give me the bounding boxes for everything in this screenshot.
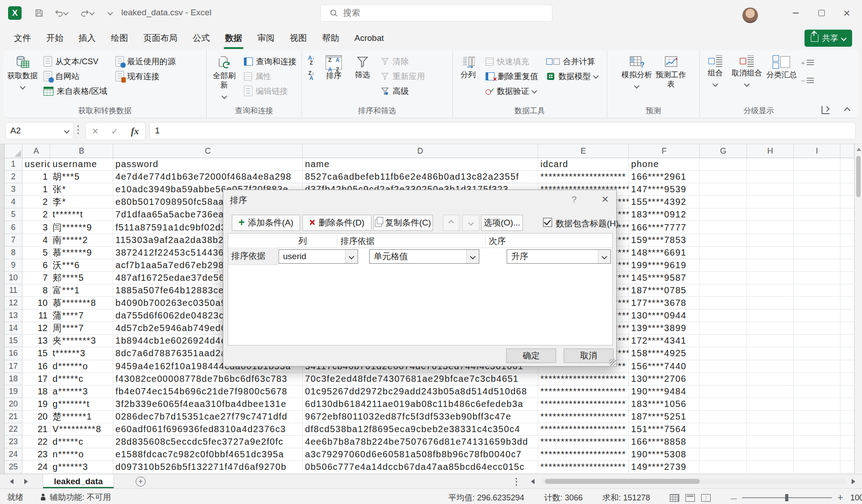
cell-I6[interactable] — [794, 221, 840, 234]
cell-A23[interactable]: 22 — [22, 436, 50, 448]
row-header-7[interactable]: 7 — [4, 234, 22, 247]
cell-G15[interactable] — [700, 335, 747, 347]
cell-A9[interactable]: 6 — [22, 259, 50, 272]
next-sheet-icon[interactable] — [24, 479, 28, 484]
sheet-bar-splitter[interactable] — [516, 478, 517, 479]
cell-F9[interactable]: 199****9619 — [629, 259, 700, 272]
scroll-up-icon[interactable] — [857, 148, 861, 151]
tab-帮助[interactable]: 帮助 — [314, 26, 347, 50]
cell-H1[interactable] — [747, 158, 794, 171]
cell-G19[interactable] — [700, 385, 747, 398]
copy-condition-button[interactable]: 复制条件(C) — [373, 215, 433, 231]
data-model-button[interactable]: 数据模型 — [543, 69, 601, 84]
cell-H14[interactable] — [747, 322, 794, 335]
cell-F17[interactable]: 156****7440 — [629, 360, 700, 373]
cell-B18[interactable]: d*****c — [50, 373, 113, 385]
has-headers-checkbox[interactable] — [543, 218, 552, 227]
cell-A5[interactable]: 2 — [22, 208, 50, 221]
flash-fill-button[interactable]: 快速填充 — [482, 54, 541, 69]
cell-F1[interactable]: phone — [629, 158, 700, 171]
scroll-right-icon[interactable] — [852, 479, 855, 484]
share-button[interactable]: 共享 — [805, 30, 852, 47]
zoom-slider-thumb[interactable] — [785, 494, 788, 501]
cell-B11[interactable]: 富***1 — [50, 284, 113, 297]
row-header-9[interactable]: 9 — [4, 259, 22, 272]
cell-F10[interactable]: 145****9587 — [629, 272, 700, 284]
cell-G17[interactable] — [700, 360, 747, 373]
cell-I15[interactable] — [794, 335, 840, 347]
cell-D21[interactable]: 9672ebf8011032ed87fc5f3df533eb90bff3c47e — [303, 411, 538, 423]
cell-D18[interactable]: 70c3fe2ed48fde74307681ae29bfcae7c3cb4651 — [303, 373, 538, 385]
cell-G18[interactable] — [700, 373, 747, 385]
cell-G21[interactable] — [700, 411, 747, 423]
row-header-15[interactable]: 15 — [4, 335, 22, 347]
minimize-button[interactable] — [787, 5, 805, 21]
cell-A21[interactable]: 20 — [22, 411, 50, 423]
cell-I22[interactable] — [794, 423, 840, 436]
subtotal-button[interactable]: 分类汇总 — [766, 53, 798, 107]
cell-A14[interactable]: 12 — [22, 322, 50, 335]
cell-G25[interactable] — [700, 461, 747, 473]
tab-视图[interactable]: 视图 — [282, 26, 314, 50]
consolidate-button[interactable]: 合并计算 — [543, 54, 601, 69]
cell-H21[interactable] — [747, 411, 794, 423]
zoom-slider[interactable] — [742, 497, 832, 498]
sort-ascending-button[interactable]: A↓Z — [305, 54, 318, 67]
cell-F21[interactable]: 187****5251 — [629, 411, 700, 423]
column-header-B[interactable]: B — [50, 144, 113, 158]
cell-A8[interactable]: 5 — [22, 247, 50, 259]
cell-A22[interactable]: 21 — [22, 423, 50, 436]
row-header-2[interactable]: 2 — [4, 171, 22, 183]
cell-D22[interactable]: df8cd538ba12f8695eca9cbeb2e38331c4c350c4 — [303, 423, 538, 436]
cell-B8[interactable]: 慕******9 — [50, 247, 113, 259]
existing-connections-button[interactable]: 现有连接 — [112, 69, 179, 84]
row-header-14[interactable]: 14 — [4, 322, 22, 335]
cell-A1[interactable]: userid — [22, 158, 50, 171]
text-to-columns-button[interactable]: 分列 — [455, 53, 481, 107]
cell-H19[interactable] — [747, 385, 794, 398]
cell-B2[interactable]: 胡***5 — [50, 171, 113, 183]
cell-I20[interactable] — [794, 398, 840, 411]
cell-I1[interactable] — [794, 158, 840, 171]
row-header-22[interactable]: 22 — [4, 423, 22, 436]
column-header-A[interactable]: A — [22, 144, 50, 158]
cell-I14[interactable] — [794, 322, 840, 335]
cell-G9[interactable] — [700, 259, 747, 272]
recent-sources-button[interactable]: 最近使用的源 — [112, 54, 179, 69]
cell-C24[interactable]: e1588fdcac7c982c0f0bbf4651dc395a — [113, 448, 303, 461]
status-count[interactable]: 计数: 3066 — [544, 492, 583, 503]
cell-I25[interactable] — [794, 461, 840, 473]
tab-插入[interactable]: 插入 — [71, 26, 103, 50]
move-up-button[interactable] — [443, 215, 460, 231]
cell-D2[interactable]: 8527ca6adbefeb11fb6e2e486b0ad13c82a2355f — [303, 171, 538, 183]
vertical-scrollbar[interactable] — [854, 144, 862, 474]
redo-button[interactable] — [75, 6, 98, 20]
from-text-csv-button[interactable]: 从文本/CSV — [40, 54, 111, 69]
help-icon[interactable] — [567, 193, 581, 206]
cell-G13[interactable] — [700, 309, 747, 322]
cell-F24[interactable]: 190****5308 — [629, 448, 700, 461]
cell-I5[interactable] — [794, 208, 840, 221]
cell-F4[interactable]: 155****4392 — [629, 196, 700, 208]
cell-A16[interactable]: 15 — [22, 347, 50, 360]
cell-I4[interactable] — [794, 196, 840, 208]
cell-D1[interactable]: name — [303, 158, 538, 171]
tab-开始[interactable]: 开始 — [39, 26, 71, 50]
cell-H4[interactable] — [747, 196, 794, 208]
cell-F16[interactable]: 158****4925 — [629, 347, 700, 360]
cell-G4[interactable] — [700, 196, 747, 208]
cell-E22[interactable]: ********************* — [538, 423, 629, 436]
cell-E19[interactable]: ********************* — [538, 385, 629, 398]
row-header-10[interactable]: 10 — [4, 272, 22, 284]
sort-on-select[interactable]: 单元格值 — [369, 249, 479, 264]
cell-H3[interactable] — [747, 183, 794, 196]
collapse-ribbon-button[interactable] — [845, 105, 849, 113]
cell-B3[interactable]: 张* — [50, 183, 113, 196]
cell-D23[interactable]: 4ee6b7b8a78b224be7507676d81e74131659b3dd — [303, 436, 538, 448]
cell-G2[interactable] — [700, 171, 747, 183]
tab-公式[interactable]: 公式 — [185, 26, 217, 50]
cell-B9[interactable]: 沃***6 — [50, 259, 113, 272]
cell-C21[interactable]: 0286dec7b7d15351cae27f79c7471dfd — [113, 411, 303, 423]
insert-function-icon[interactable]: fx — [131, 126, 139, 137]
cell-F2[interactable]: 166****2961 — [629, 171, 700, 183]
